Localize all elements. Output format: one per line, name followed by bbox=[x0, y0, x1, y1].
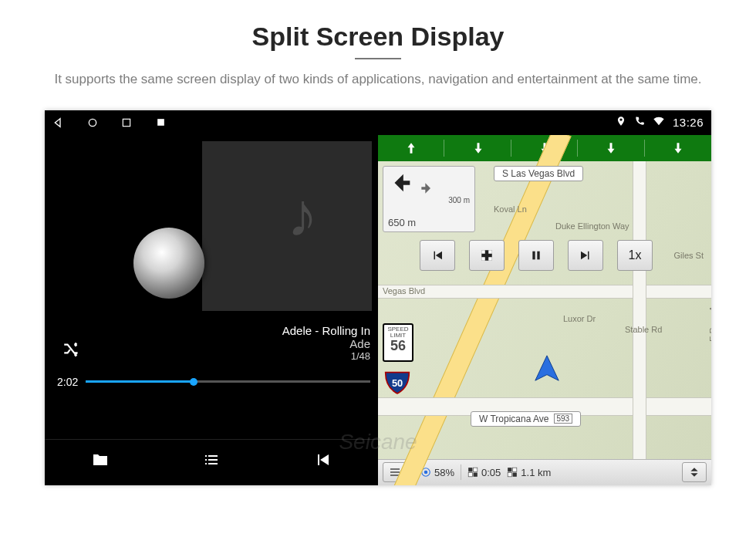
speed-limit-sign: SPEED LIMIT 56 bbox=[383, 323, 413, 362]
svg-rect-18 bbox=[468, 473, 472, 477]
svg-rect-22 bbox=[508, 473, 512, 477]
street-label: Vegas Blvd bbox=[383, 286, 425, 296]
clock: 13:26 bbox=[673, 116, 704, 129]
track-artist: Ade bbox=[282, 337, 370, 350]
svg-rect-8 bbox=[532, 251, 535, 259]
navigation-pane: Koval Ln Duke Ellington Way Giles St Veg… bbox=[378, 135, 711, 485]
lane-arrow bbox=[578, 135, 644, 161]
street-pill: W Tropicana Ave 593 bbox=[471, 411, 581, 427]
android-statusbar: 13:26 bbox=[45, 110, 711, 135]
nav-collapse-button[interactable] bbox=[682, 462, 707, 482]
turn-instruction-panel: 300 m 650 m bbox=[383, 166, 475, 232]
svg-point-0 bbox=[89, 119, 96, 126]
road bbox=[378, 285, 711, 299]
eta-value: 0:05 bbox=[481, 467, 501, 478]
next-turn-distance: 300 m bbox=[448, 196, 470, 204]
track-index: 1/48 bbox=[282, 350, 370, 362]
phone-icon bbox=[634, 116, 645, 129]
turn-distance: 650 m bbox=[388, 217, 416, 228]
back-button[interactable] bbox=[52, 117, 65, 129]
playlist-button[interactable] bbox=[188, 451, 235, 474]
street-name: W Tropicana Ave bbox=[479, 414, 549, 424]
lane-arrow bbox=[645, 135, 711, 161]
svg-rect-6 bbox=[481, 257, 485, 261]
volume-knob[interactable] bbox=[133, 228, 204, 299]
street-label: Duke Ellington Way bbox=[555, 221, 629, 231]
street-label: E Reno Ave bbox=[708, 297, 711, 342]
elapsed-time: 2:02 bbox=[57, 376, 78, 388]
eta: 0:05 bbox=[467, 467, 501, 478]
current-street-pill: S Las Vegas Blvd bbox=[494, 166, 583, 181]
page-title: Split Screen Display bbox=[0, 0, 756, 52]
street-label: Luxor Dr bbox=[563, 314, 596, 323]
street-label: Koval Ln bbox=[494, 204, 527, 214]
location-icon bbox=[616, 116, 626, 129]
map-next-button[interactable] bbox=[568, 240, 603, 271]
speed-multiplier: 1x bbox=[629, 248, 642, 262]
map-prev-button[interactable] bbox=[420, 240, 455, 271]
title-divider bbox=[355, 58, 401, 59]
svg-rect-11 bbox=[390, 469, 400, 470]
map-stop-button[interactable] bbox=[469, 240, 505, 271]
map-canvas[interactable]: Koval Ln Duke Ellington Way Giles St Veg… bbox=[378, 161, 711, 459]
device-screenshot: 13:26 ♪ Adele - Rolling In Ade 1/48 bbox=[45, 110, 711, 485]
notification-icon bbox=[154, 117, 167, 129]
street-label: Giles St bbox=[673, 251, 704, 260]
svg-rect-12 bbox=[390, 472, 400, 473]
svg-rect-2 bbox=[157, 119, 164, 126]
speed-limit-value: 56 bbox=[384, 339, 412, 353]
seek-fill bbox=[86, 380, 194, 383]
wifi-icon bbox=[653, 115, 665, 130]
lane-arrow bbox=[378, 135, 444, 161]
street-label: Stable Rd bbox=[625, 325, 662, 334]
road bbox=[633, 161, 646, 459]
remaining-distance: 1.1 km bbox=[507, 467, 551, 478]
remaining-distance-value: 1.1 km bbox=[521, 467, 551, 478]
svg-rect-7 bbox=[488, 257, 492, 261]
track-title: Adele - Rolling In bbox=[282, 324, 370, 337]
vehicle-position-icon bbox=[532, 354, 562, 383]
gps-signal: 58% bbox=[420, 467, 454, 478]
svg-rect-23 bbox=[513, 473, 517, 477]
street-name: S Las Vegas Blvd bbox=[502, 168, 575, 179]
svg-rect-20 bbox=[508, 468, 512, 471]
svg-text:50: 50 bbox=[392, 377, 403, 389]
open-folder-button[interactable] bbox=[77, 451, 123, 474]
svg-rect-16 bbox=[468, 468, 472, 471]
turn-right-small-icon bbox=[419, 181, 434, 196]
map-pause-button[interactable] bbox=[518, 240, 554, 271]
street-number: 593 bbox=[554, 414, 573, 424]
gps-signal-value: 58% bbox=[434, 467, 454, 478]
svg-rect-19 bbox=[474, 473, 478, 477]
page-description: It supports the same screen display of t… bbox=[31, 70, 725, 89]
music-player-pane: ♪ Adele - Rolling In Ade 1/48 2:02 bbox=[45, 135, 378, 485]
svg-rect-5 bbox=[488, 250, 492, 254]
music-note-icon: ♪ bbox=[287, 180, 318, 251]
svg-point-14 bbox=[424, 471, 428, 475]
lane-arrow bbox=[444, 135, 511, 161]
svg-rect-21 bbox=[513, 468, 517, 471]
nav-bottombar: 58% 0:05 1.1 km bbox=[378, 459, 711, 485]
route-shield: 50 bbox=[384, 371, 410, 396]
seek-bar[interactable] bbox=[86, 380, 370, 383]
svg-rect-4 bbox=[481, 250, 485, 254]
previous-track-button[interactable] bbox=[299, 451, 346, 474]
seek-thumb[interactable] bbox=[190, 378, 197, 386]
map-speed-button[interactable]: 1x bbox=[617, 240, 653, 271]
svg-rect-9 bbox=[537, 251, 539, 259]
turn-left-icon bbox=[388, 170, 414, 196]
recent-apps-button[interactable] bbox=[120, 117, 133, 129]
home-button[interactable] bbox=[86, 117, 99, 129]
svg-rect-1 bbox=[123, 119, 130, 126]
svg-rect-17 bbox=[474, 468, 478, 471]
shuffle-icon[interactable] bbox=[62, 339, 82, 362]
